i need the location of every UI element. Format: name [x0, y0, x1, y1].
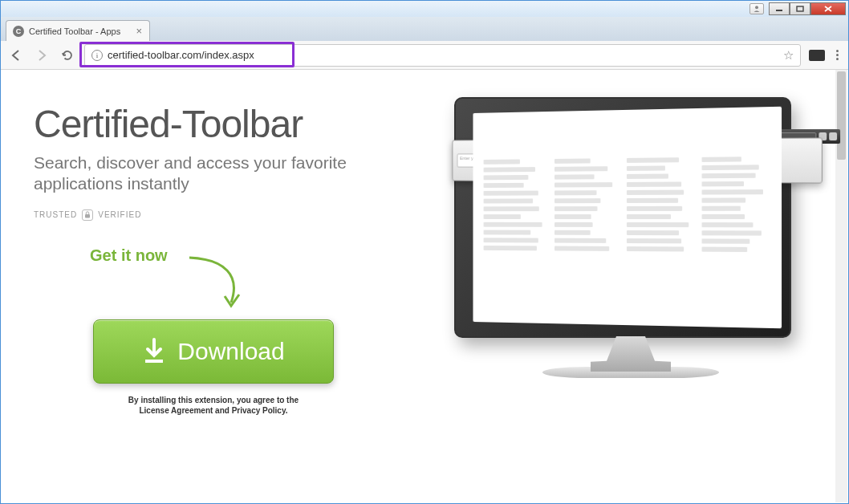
- tab-close-icon[interactable]: ×: [133, 25, 144, 37]
- address-bar-container: i certified-toolbar.com/index.aspx ☆: [84, 44, 801, 67]
- user-account-icon[interactable]: [749, 3, 764, 14]
- forward-button[interactable]: [33, 47, 51, 64]
- reload-button[interactable]: [59, 47, 76, 64]
- page-subtitle: Search, discover and access your favorit…: [34, 152, 419, 195]
- extension-icon[interactable]: [809, 50, 825, 61]
- os-titlebar: [1, 1, 848, 17]
- lock-icon: [82, 209, 93, 221]
- navigation-toolbar: i certified-toolbar.com/index.aspx ☆: [1, 41, 848, 70]
- svg-rect-2: [797, 6, 803, 11]
- url-text: certified-toolbar.com/index.aspx: [108, 49, 254, 61]
- monitor-illustration: Enter your search here: [454, 97, 807, 378]
- monitor-page-content: [473, 107, 782, 328]
- svg-rect-4: [145, 360, 163, 363]
- browser-tab[interactable]: C Certified Toolbar - Apps ×: [6, 20, 150, 41]
- address-bar[interactable]: i certified-toolbar.com/index.aspx ☆: [84, 44, 801, 67]
- monitor-stand: [591, 336, 671, 372]
- page-viewport: Certified-Toolbar Search, discover and a…: [2, 70, 847, 502]
- download-arrow-icon: [142, 338, 166, 365]
- back-button[interactable]: [7, 47, 25, 64]
- curved-arrow-icon: [185, 251, 257, 315]
- window-close-button[interactable]: [810, 2, 846, 15]
- tab-strip: C Certified Toolbar - Apps ×: [1, 17, 848, 41]
- window-minimize-button[interactable]: [769, 2, 790, 15]
- page-content: Certified-Toolbar Search, discover and a…: [2, 70, 847, 502]
- disclaimer-text: By installing this extension, you agree …: [93, 395, 334, 417]
- tab-title: Certified Toolbar - Apps: [29, 26, 128, 36]
- svg-rect-3: [85, 214, 90, 218]
- monitor-screen: Enter your search here: [454, 97, 791, 338]
- svg-point-0: [755, 6, 758, 9]
- browser-menu-button[interactable]: [833, 47, 842, 63]
- bookmark-star-icon[interactable]: ☆: [783, 48, 794, 63]
- download-button-label: Download: [177, 338, 284, 365]
- browser-window: C Certified Toolbar - Apps × i certified…: [0, 0, 849, 504]
- svg-rect-1: [776, 10, 782, 11]
- window-maximize-button[interactable]: [790, 2, 810, 15]
- site-info-icon[interactable]: i: [91, 50, 103, 61]
- download-button[interactable]: Download: [93, 319, 334, 384]
- tab-favicon-icon: C: [13, 26, 24, 37]
- verified-label: VERIFIED: [98, 210, 141, 219]
- trusted-label: TRUSTED: [34, 210, 77, 219]
